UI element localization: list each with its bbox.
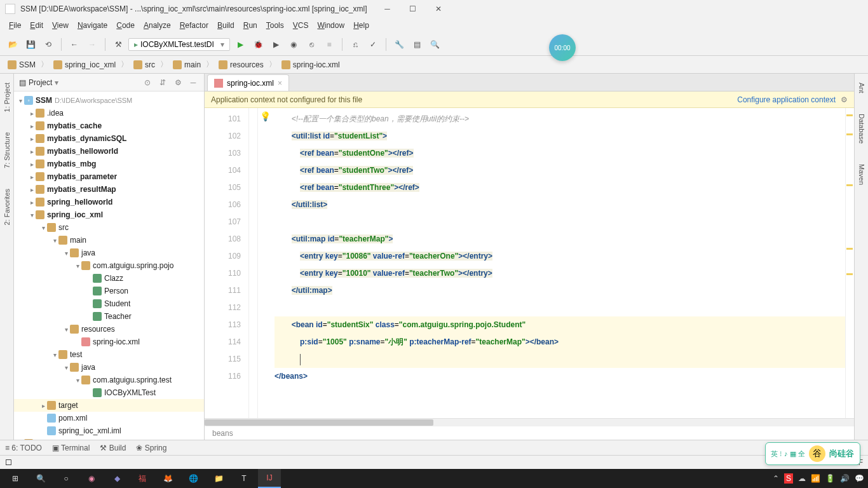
tree-item[interactable]: pom.xml [14,412,204,424]
status-icon[interactable]: ☐ [5,458,12,467]
save-icon[interactable]: 💾 [23,37,38,52]
tree-item[interactable]: spring_ioc_xml.iml [14,424,204,437]
menu-view[interactable]: View [48,20,72,31]
tree-item[interactable]: ▸.idea [14,107,204,119]
close-tab-icon[interactable]: × [278,79,282,88]
profile-icon[interactable]: ◉ [286,37,301,52]
tree-item[interactable]: Student [14,297,204,310]
maximize-button[interactable]: ☐ [400,0,426,18]
tree-item[interactable]: IOCByXMLTest [14,386,204,399]
tree-item[interactable]: ▸mybatis_mbg [14,158,204,170]
banner-gear-icon[interactable]: ⚙ [841,95,848,104]
text-icon[interactable]: T [233,469,255,488]
breadcrumb-item[interactable]: SSM [5,59,38,71]
menu-navigate[interactable]: Navigate [74,20,111,31]
ime-badge[interactable]: 英 ⁝ ♪ ▦ 全 谷 尚硅谷 [765,442,860,465]
attach-icon[interactable]: ⎋ [304,37,319,52]
task2-icon[interactable]: ◆ [105,469,128,488]
hammer-icon[interactable]: ⚒ [111,37,126,52]
hide-icon[interactable]: ─ [187,77,199,88]
stop-icon[interactable]: ■ [322,37,337,52]
tree-item[interactable]: Teacher [14,310,204,323]
breadcrumb-item[interactable]: src [131,59,158,71]
cortana-icon[interactable]: ○ [55,469,78,488]
search-icon[interactable]: 🔍 [427,37,442,52]
bottom-tab[interactable]: ▣ Terminal [52,444,90,452]
bottom-tab[interactable]: ❀ Spring [136,444,166,452]
intellij-icon[interactable]: IJ [258,469,281,488]
tree-item[interactable]: ▸mybatis_resultMap [14,183,204,196]
tree-item[interactable]: Person [14,285,204,297]
menu-build[interactable]: Build [214,20,238,31]
tree-item[interactable]: spring-ioc.xml [14,336,204,348]
tree-item[interactable]: ▾main [14,234,204,247]
tree-item[interactable]: Clazz [14,272,204,285]
tree-item[interactable]: ▸External Libraries [14,437,204,440]
menu-help[interactable]: Help [349,20,373,31]
code-body[interactable]: <!--配置一个集合类型的bean，需要使用util的约束--> <util:l… [272,108,845,418]
chrome-icon[interactable]: 🌐 [182,469,205,488]
system-tray[interactable]: ⌃ S ☁📶🔋🔊 💬 [773,473,864,484]
menu-code[interactable]: Code [112,20,139,31]
rightstrip-tab[interactable]: Database [857,110,867,147]
tools-icon[interactable]: 🔧 [391,37,407,52]
breadcrumb-item[interactable]: spring-ioc.xml [279,59,342,71]
leftstrip-tab[interactable]: 7: Structure [2,128,12,172]
menu-run[interactable]: Run [240,20,261,31]
bottom-tab[interactable]: ≡ 6: TODO [5,444,42,452]
menu-edit[interactable]: Edit [26,20,47,31]
expand-all-icon[interactable]: ⇵ [157,77,168,88]
tree-item[interactable]: ▾src [14,221,204,234]
right-marks[interactable] [845,108,854,418]
close-button[interactable]: ✕ [426,0,451,18]
menu-tools[interactable]: Tools [262,20,288,31]
tree-item[interactable]: ▸spring_helloworld [14,196,204,208]
structure-icon[interactable]: ▤ [409,37,424,52]
tree-item[interactable]: ▸mybatis_parameter [14,170,204,183]
back-icon[interactable]: ← [67,37,82,52]
menu-vcs[interactable]: VCS [289,20,313,31]
rightstrip-tab[interactable]: Ant [857,79,867,97]
menu-refactor[interactable]: Refactor [176,20,212,31]
tree-item[interactable]: ▸mybatis_helloworld [14,145,204,158]
firefox-icon[interactable]: 🦊 [156,469,179,488]
menu-file[interactable]: File [5,20,25,31]
breadcrumb-item[interactable]: main [170,59,203,71]
tree-item[interactable]: ▾java [14,247,204,259]
fold-column[interactable] [249,108,258,418]
minimize-button[interactable]: ─ [375,0,400,18]
horizontal-scrollbar[interactable] [205,418,854,426]
start-icon[interactable]: ⊞ [4,469,27,488]
tree-item[interactable]: ▾test [14,348,204,361]
tree-item[interactable]: ▾resources [14,323,204,336]
coverage-icon[interactable]: ▶ [268,37,283,52]
search-task-icon[interactable]: 🔍 [29,469,52,488]
ime-icon[interactable]: S [784,473,793,484]
select-opened-icon[interactable]: ⊙ [142,77,153,88]
menu-analyze[interactable]: Analyze [140,20,175,31]
tree-item[interactable]: ▾spring_ioc_xml [14,208,204,221]
debug-icon[interactable]: 🐞 [250,37,266,52]
explorer-icon[interactable]: 📁 [207,469,230,488]
run-icon[interactable]: ▶ [233,37,248,52]
tree-item[interactable]: ▸mybatis_dynamicSQL [14,132,204,145]
tree-item[interactable]: ▸mybatis_cache [14,119,204,132]
bottom-tab[interactable]: ⚒ Build [100,444,126,452]
tree-item[interactable]: ▾com.atguigu.spring.pojo [14,259,204,272]
settings-icon[interactable]: ⚙ [172,77,184,88]
tree-item[interactable]: ▾com.atguigu.spring.test [14,374,204,386]
run-config-select[interactable]: ▸ IOCByXMLTest.testDI ▾ [128,38,230,51]
editor-breadcrumb[interactable]: beans [205,426,854,440]
menu-window[interactable]: Window [313,20,348,31]
leftstrip-tab[interactable]: 1: Project [2,79,12,116]
task3-icon[interactable]: 福 [131,469,154,488]
vcs-icon[interactable]: ⎌ [348,37,363,52]
rightstrip-tab[interactable]: Maven [857,160,867,189]
open-icon[interactable]: 📂 [5,37,20,52]
leftstrip-tab[interactable]: 2: Favorites [2,185,12,229]
vcs-commit-icon[interactable]: ✓ [365,37,381,52]
breadcrumb-item[interactable]: resources [216,59,266,71]
project-tree[interactable]: ▾ ▫ SSM D:\IDEA\workspace\SSM ▸.idea▸myb… [14,92,204,440]
sync-icon[interactable]: ⟲ [41,37,56,52]
project-title[interactable]: Project [29,78,52,87]
